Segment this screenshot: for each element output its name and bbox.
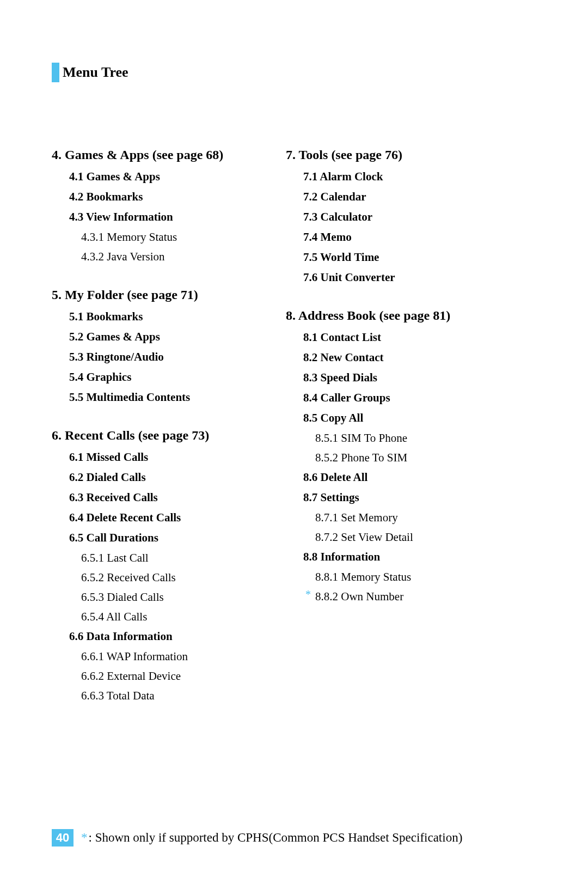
menu-item-label: 6.2 Dialed Calls [69,471,146,484]
menu-item: 8.7 Settings [303,491,498,504]
menu-item-label: 7.3 Calculator [303,210,372,223]
menu-item-label: 8.5.1 SIM To Phone [315,431,407,444]
menu-item-label: 6.5.1 Last Call [81,551,149,564]
menu-item-label: 4.1 Games & Apps [69,170,160,183]
page-title: Menu Tree [63,64,128,81]
menu-item-label: 5.5 Multimedia Contents [69,391,190,404]
menu-item-label: 6.5.3 Dialed Calls [81,590,164,604]
menu-item-label: 8.2 New Contact [303,351,384,364]
menu-item: 4.2 Bookmarks [69,190,264,204]
menu-item: 5.4 Graphics [69,370,264,384]
menu-item: 5.5 Multimedia Contents [69,391,264,404]
menu-item-label: 4.3 View Information [69,210,173,223]
menu-item: 4.1 Games & Apps [69,170,264,184]
menu-item-label: 4.3.2 Java Version [81,250,165,263]
menu-item-label: 7.2 Calendar [303,190,366,203]
menu-item: 8.5.2 Phone To SIM [315,451,498,465]
section-title: 6. Recent Calls (see page 73) [52,428,264,443]
menu-item: 6.6.2 External Device [81,669,264,683]
menu-item-label: 8.7.1 Set Memory [315,511,398,524]
menu-item-label: 6.4 Delete Recent Calls [69,511,181,524]
menu-item: 7.1 Alarm Clock [303,170,498,184]
menu-item: 8.3 Speed Dials [303,371,498,385]
asterisk-icon: * [305,588,311,601]
footer-note: *: Shown only if supported by CPHS(Commo… [81,831,462,845]
menu-item-label: 7.5 World Time [303,251,379,264]
menu-item-label: 8.5.2 Phone To SIM [315,451,407,464]
menu-item-label: 5.3 Ringtone/Audio [69,350,164,363]
menu-item-label: 8.7.2 Set View Detail [315,531,413,544]
menu-item: 6.6.3 Total Data [81,689,264,703]
menu-item: 6.4 Delete Recent Calls [69,511,264,525]
header-accent-bar [52,63,59,82]
menu-item-label: 5.4 Graphics [69,370,131,383]
menu-item: 8.7.2 Set View Detail [315,531,498,544]
right-column: 7. Tools (see page 76)7.1 Alarm Clock7.2… [286,148,498,727]
menu-item: 5.1 Bookmarks [69,310,264,324]
menu-item: 5.3 Ringtone/Audio [69,350,264,364]
menu-item: 8.8.1 Memory Status [315,570,498,584]
footer-note-text: : Shown only if supported by CPHS(Common… [89,831,463,844]
menu-item-label: 6.6 Data Information [69,630,173,643]
menu-item-label: 8.1 Contact List [303,331,381,344]
menu-item-label: 7.6 Unit Converter [303,271,395,284]
menu-item: 8.7.1 Set Memory [315,511,498,525]
menu-item-label: 8.3 Speed Dials [303,371,377,384]
menu-item-label: 8.7 Settings [303,491,359,504]
asterisk-icon: * [81,831,88,844]
content-columns: 4. Games & Apps (see page 68)4.1 Games &… [52,148,539,727]
menu-item: 6.1 Missed Calls [69,450,264,464]
menu-item: 6.5.3 Dialed Calls [81,590,264,604]
menu-item-label: 8.4 Caller Groups [303,391,390,404]
menu-item-label: 6.5.2 Received Calls [81,571,176,584]
menu-section: 6. Recent Calls (see page 73)6.1 Missed … [52,428,264,703]
menu-item-label: 4.3.1 Memory Status [81,230,177,243]
menu-item: 7.5 World Time [303,251,498,264]
menu-item-label: 6.6.3 Total Data [81,689,155,702]
menu-item: 7.4 Memo [303,230,498,244]
menu-section: 4. Games & Apps (see page 68)4.1 Games &… [52,148,264,264]
menu-item: 6.5.4 All Calls [81,610,264,624]
page: Menu Tree 4. Games & Apps (see page 68)4… [0,0,588,727]
menu-item: 4.3.2 Java Version [81,250,264,264]
menu-item: 4.3 View Information [69,210,264,224]
menu-item: 8.6 Delete All [303,471,498,484]
menu-item: 4.3.1 Memory Status [81,230,264,244]
menu-item: 6.2 Dialed Calls [69,471,264,484]
section-title: 7. Tools (see page 76) [286,148,498,162]
menu-item-label: 6.6.2 External Device [81,669,181,683]
menu-item: 5.2 Games & Apps [69,330,264,344]
menu-item: 6.6 Data Information [69,630,264,643]
menu-item-label: 8.8.1 Memory Status [315,570,411,583]
menu-section: 7. Tools (see page 76)7.1 Alarm Clock7.2… [286,148,498,284]
menu-item: 7.6 Unit Converter [303,271,498,284]
menu-item-label: 5.2 Games & Apps [69,330,160,343]
menu-item-label: 5.1 Bookmarks [69,310,143,323]
menu-section: 8. Address Book (see page 81)8.1 Contact… [286,308,498,604]
menu-item-label: 6.3 Received Calls [69,491,158,504]
menu-item-label: 6.5.4 All Calls [81,610,147,623]
menu-item: 7.2 Calendar [303,190,498,204]
menu-item-label: 4.2 Bookmarks [69,190,143,203]
page-number: 40 [52,829,74,847]
menu-item: 7.3 Calculator [303,210,498,224]
menu-item: 8.8 Information [303,550,498,564]
menu-item-label: 8.6 Delete All [303,471,367,484]
page-header: Menu Tree [52,63,539,82]
menu-item-label: 6.1 Missed Calls [69,450,148,464]
menu-item-label: 7.1 Alarm Clock [303,170,383,183]
section-title: 8. Address Book (see page 81) [286,308,498,323]
page-footer: 40 *: Shown only if supported by CPHS(Co… [52,829,539,847]
menu-item: 6.5.2 Received Calls [81,571,264,584]
section-title: 4. Games & Apps (see page 68) [52,148,264,162]
menu-item-label: 8.5 Copy All [303,411,363,424]
menu-item-label: 8.8 Information [303,550,380,563]
menu-item: 8.5 Copy All [303,411,498,425]
menu-item-label: 8.8.2 Own Number [315,590,403,603]
menu-item: 6.5.1 Last Call [81,551,264,565]
menu-item-label: 6.5 Call Durations [69,531,158,544]
menu-item: 6.3 Received Calls [69,491,264,504]
menu-item-label: 6.6.1 WAP Information [81,650,188,663]
left-column: 4. Games & Apps (see page 68)4.1 Games &… [52,148,264,727]
menu-item: 8.2 New Contact [303,351,498,364]
